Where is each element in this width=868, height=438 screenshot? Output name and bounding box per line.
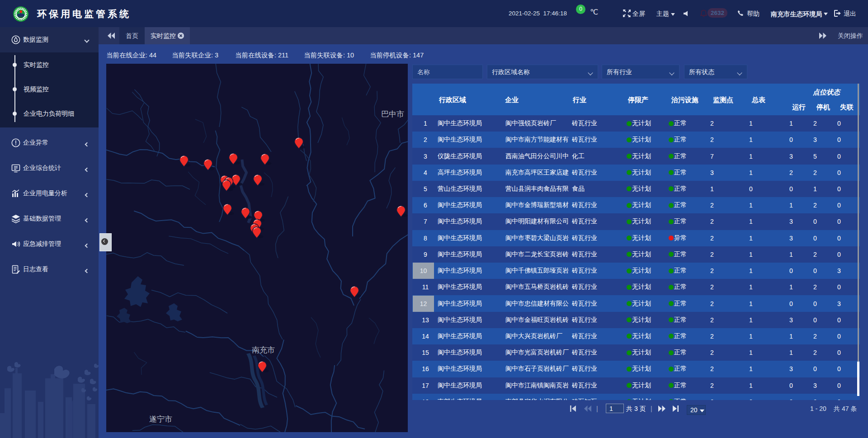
svg-text:巴中市: 巴中市 [381,110,404,118]
svg-text:遂宁市: 遂宁市 [149,415,172,424]
svg-text:南充市: 南充市 [252,346,275,354]
